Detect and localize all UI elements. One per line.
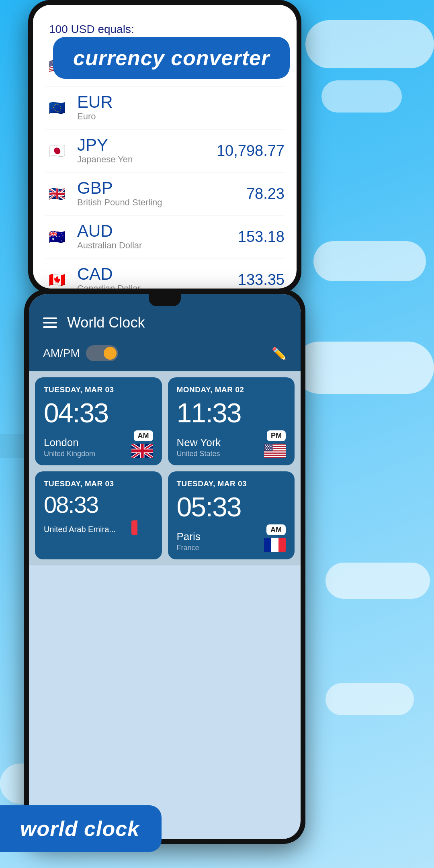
eur-name: Euro <box>77 111 285 122</box>
uae-city: United Arab Emira... <box>44 525 116 534</box>
gbp-name: British Pound Sterling <box>77 197 246 208</box>
aud-value: 153.18 <box>238 228 285 246</box>
uae-city-info: United Arab Emira... <box>44 525 116 535</box>
svg-point-19 <box>269 444 270 446</box>
clock-card-london[interactable]: TUESDAY, MAR 03 04:33 London United King… <box>35 377 162 465</box>
svg-rect-14 <box>264 454 286 455</box>
clock-controls-row: AM/PM ✏️ <box>29 339 301 371</box>
hamburger-line-2 <box>43 322 57 323</box>
london-right: AM <box>131 430 153 458</box>
newyork-time: 11:33 <box>177 399 286 426</box>
london-time: 04:33 <box>44 399 153 426</box>
clock-app-title: World Clock <box>67 314 287 331</box>
currency-item-gbp[interactable]: 🇬🇧 GBP British Pound Sterling 78.23 <box>45 172 285 215</box>
london-country: United Kingdom <box>44 450 95 458</box>
uae-time: 08:33 <box>44 493 153 516</box>
world-clock-label-text: world clock <box>20 817 139 840</box>
jpy-flag: 🇯🇵 <box>45 139 69 163</box>
svg-point-30 <box>270 449 272 450</box>
eur-flag: 🇪🇺 <box>45 96 69 120</box>
london-bottom: London United Kingdom AM <box>44 430 153 458</box>
phone-notch <box>149 294 181 306</box>
london-flag <box>131 444 153 458</box>
newyork-country: United States <box>177 450 221 458</box>
ampm-label: AM/PM <box>43 347 80 360</box>
aud-code: AUD <box>77 223 238 240</box>
london-city-info: London United Kingdom <box>44 436 95 458</box>
paris-time: 05:33 <box>177 493 286 520</box>
jpy-code: JPY <box>77 137 217 154</box>
svg-point-24 <box>265 447 266 448</box>
hamburger-menu-button[interactable] <box>43 317 57 328</box>
aud-info: AUD Australian Dollar <box>77 223 238 251</box>
clock-card-uae[interactable]: TUESDAY, MAR 03 08:33 United Arab Emira.… <box>35 471 162 559</box>
uae-bottom: United Arab Emira... <box>44 520 153 535</box>
paris-flag <box>264 538 286 552</box>
gbp-value: 78.23 <box>246 185 285 203</box>
svg-point-18 <box>267 444 268 446</box>
newyork-ampm: PM <box>267 430 286 441</box>
london-ampm: AM <box>134 430 153 441</box>
hamburger-line-3 <box>43 326 57 328</box>
svg-point-20 <box>271 444 272 446</box>
newyork-city: New York <box>177 436 221 449</box>
london-city: London <box>44 436 95 449</box>
newyork-bottom: New York United States PM <box>177 430 286 458</box>
svg-point-28 <box>266 449 267 450</box>
svg-point-21 <box>266 446 267 447</box>
edit-icon[interactable]: ✏️ <box>272 346 287 360</box>
gbp-info: GBP British Pound Sterling <box>77 180 246 208</box>
uae-date: TUESDAY, MAR 03 <box>44 479 153 488</box>
cad-flag: 🇨🇦 <box>45 268 69 289</box>
newyork-flag <box>264 444 286 458</box>
toggle-knob <box>104 347 117 360</box>
eur-code: EUR <box>77 94 285 111</box>
currency-header-title: 100 USD equals: <box>49 23 280 36</box>
jpy-value: 10,798.77 <box>217 142 285 160</box>
ampm-toggle[interactable] <box>86 345 118 361</box>
gbp-code: GBP <box>77 180 246 197</box>
clock-card-newyork[interactable]: MONDAY, MAR 02 11:33 New York United Sta… <box>168 377 295 465</box>
currency-item-eur[interactable]: 🇪🇺 EUR Euro <box>45 86 285 129</box>
newyork-right: PM <box>264 430 286 458</box>
currency-item-cad[interactable]: 🇨🇦 CAD Canadian Dollar 133.35 <box>45 258 285 289</box>
paris-city-info: Paris France <box>177 530 201 552</box>
uae-flag <box>131 520 153 535</box>
paris-bottom: Paris France AM <box>177 524 286 552</box>
currency-label-text: currency converter <box>73 46 270 70</box>
svg-point-17 <box>265 444 266 446</box>
currency-list: 🇺🇸 USD 🇪🇺 EUR Euro 🇯🇵 JPY Japanese Yen <box>33 46 297 289</box>
svg-rect-15 <box>264 456 286 457</box>
jpy-name: Japanese Yen <box>77 154 217 165</box>
svg-rect-8 <box>131 449 153 452</box>
svg-point-27 <box>271 447 272 448</box>
paris-city: Paris <box>177 530 201 543</box>
cad-code: CAD <box>77 266 238 283</box>
jpy-info: JPY Japanese Yen <box>77 137 217 165</box>
currency-item-jpy[interactable]: 🇯🇵 JPY Japanese Yen 10,798.77 <box>45 129 285 172</box>
currency-item-aud[interactable]: 🇦🇺 AUD Australian Dollar 153.18 <box>45 215 285 258</box>
london-date: TUESDAY, MAR 03 <box>44 385 153 394</box>
cad-info: CAD Canadian Dollar <box>77 266 238 289</box>
paris-date: TUESDAY, MAR 03 <box>177 479 286 488</box>
hamburger-line-1 <box>43 317 57 319</box>
clock-grid: TUESDAY, MAR 03 04:33 London United King… <box>29 371 301 565</box>
gbp-flag: 🇬🇧 <box>45 182 69 206</box>
paris-country: France <box>177 544 201 552</box>
world-clock-phone: World Clock AM/PM ✏️ TUESDAY, MAR 03 04:… <box>24 289 305 844</box>
cad-value: 133.35 <box>238 271 285 289</box>
newyork-city-info: New York United States <box>177 436 221 458</box>
svg-point-29 <box>268 449 269 450</box>
paris-ampm: AM <box>266 524 286 535</box>
newyork-date: MONDAY, MAR 02 <box>177 385 286 394</box>
ampm-toggle-group: AM/PM <box>43 345 118 361</box>
aud-flag: 🇦🇺 <box>45 225 69 249</box>
eur-info: EUR Euro <box>77 94 285 122</box>
currency-label-banner: currency converter <box>53 37 290 79</box>
clock-card-paris[interactable]: TUESDAY, MAR 03 05:33 Paris France AM <box>168 471 295 559</box>
svg-point-26 <box>269 447 270 448</box>
svg-rect-13 <box>264 451 286 452</box>
world-clock-label: world clock <box>0 805 162 852</box>
currency-screen: currency converter 100 USD equals: 🇺🇸 US… <box>33 5 297 289</box>
svg-point-25 <box>267 447 268 448</box>
